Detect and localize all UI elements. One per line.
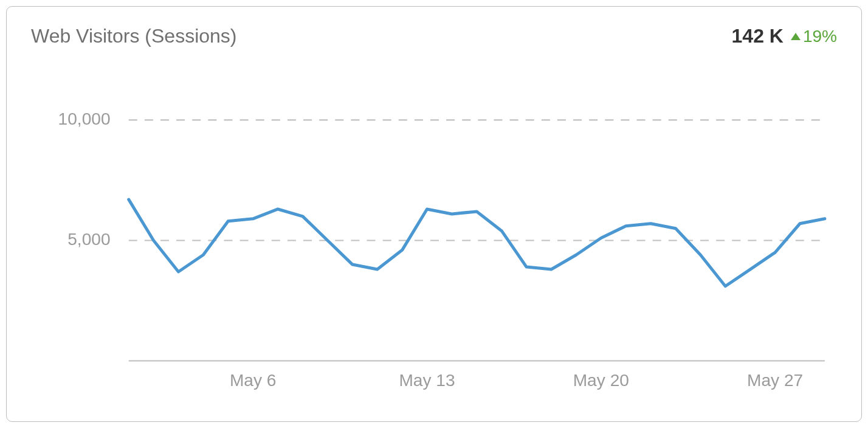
x-tick-label: May 27 xyxy=(747,370,803,390)
card-header: Web Visitors (Sessions) 142 K 19% xyxy=(31,25,837,47)
chart-svg: 5,00010,000May 6May 13May 20May 27 xyxy=(31,66,837,410)
metric-card: Web Visitors (Sessions) 142 K 19% 5,0001… xyxy=(6,6,862,422)
metric-group: 142 K 19% xyxy=(732,25,837,47)
x-tick-label: May 6 xyxy=(230,370,277,390)
caret-up-icon xyxy=(791,33,801,40)
data-line xyxy=(129,199,825,286)
line-chart: 5,00010,000May 6May 13May 20May 27 xyxy=(31,66,837,410)
x-tick-label: May 20 xyxy=(573,370,629,390)
chart-title: Web Visitors (Sessions) xyxy=(31,25,236,47)
y-tick-label: 10,000 xyxy=(58,109,111,128)
y-tick-label: 5,000 xyxy=(67,229,110,249)
metric-value: 142 K xyxy=(732,25,784,47)
trend-percent: 19% xyxy=(803,27,837,46)
x-tick-label: May 13 xyxy=(399,370,455,390)
trend-indicator: 19% xyxy=(791,27,837,46)
